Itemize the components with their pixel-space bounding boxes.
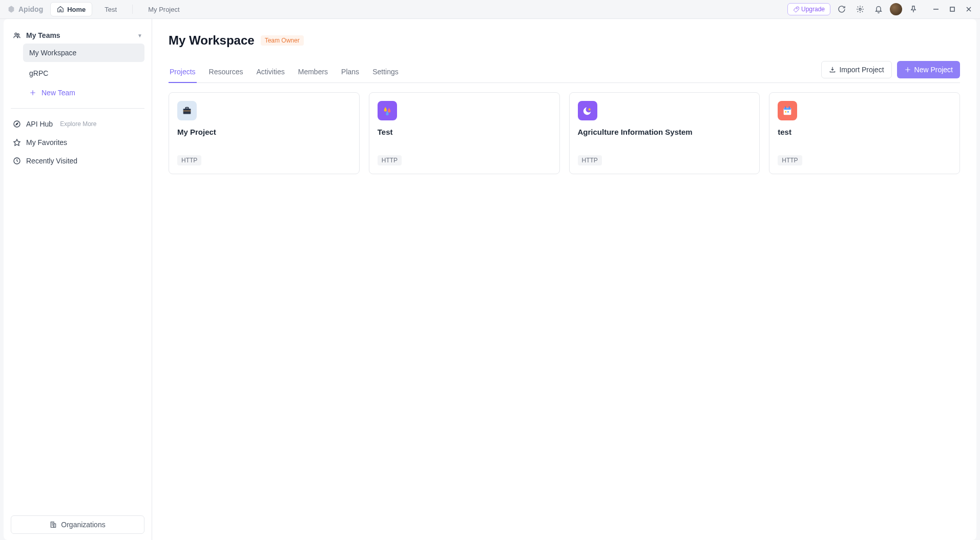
project-card[interactable]: testHTTP: [769, 92, 960, 174]
sidebar-team-my-workspace[interactable]: My Workspace: [23, 44, 144, 62]
sidebar-team-label: My Workspace: [29, 49, 76, 57]
project-card[interactable]: My ProjectHTTP: [169, 92, 360, 174]
briefcase-icon: [177, 101, 197, 120]
project-card[interactable]: Agriculture Information SystemHTTP: [569, 92, 760, 174]
sidebar-divider: [11, 108, 144, 109]
pin-button[interactable]: [906, 2, 921, 16]
settings-button[interactable]: [853, 2, 867, 16]
svg-rect-29: [787, 111, 789, 113]
import-icon: [829, 66, 836, 73]
apidog-logo-icon: [7, 5, 15, 13]
tabs-container: ProjectsResourcesActivitiesMembersPlansS…: [169, 61, 821, 82]
owner-badge: Team Owner: [261, 35, 304, 46]
svg-rect-3: [950, 7, 954, 11]
brand-name: Apidog: [18, 5, 43, 13]
sidebar-favorites-label: My Favorites: [26, 138, 67, 147]
titlebar: Apidog Home Test My Project Upgrade: [0, 0, 980, 19]
sidebar-organizations-label: Organizations: [61, 521, 105, 529]
tab-separator: [132, 5, 133, 14]
tab-activities[interactable]: Activities: [256, 61, 286, 83]
sidebar-organizations[interactable]: Organizations: [11, 515, 144, 534]
tab-plans[interactable]: Plans: [340, 61, 360, 83]
clock-icon: [13, 157, 21, 165]
import-label: Import Project: [839, 66, 884, 74]
projects-grid: My ProjectHTTPTestHTTPAgriculture Inform…: [169, 92, 960, 174]
sidebar-recent-label: Recently Visited: [26, 157, 77, 165]
new-project-button[interactable]: New Project: [897, 61, 960, 78]
window-close[interactable]: [962, 2, 976, 16]
sidebar-api-hub-label: API Hub: [26, 120, 53, 128]
drops-icon: [378, 101, 397, 120]
sidebar-api-hub-hint: Explore More: [60, 120, 96, 128]
sidebar-recent[interactable]: Recently Visited: [11, 152, 144, 170]
pin-icon: [909, 5, 918, 13]
moon-icon: [578, 101, 597, 120]
project-type-badge: HTTP: [778, 155, 802, 165]
svg-point-6: [15, 33, 17, 35]
project-card-title: Test: [378, 128, 551, 136]
refresh-button[interactable]: [835, 2, 849, 16]
plus-icon: [904, 66, 911, 73]
svg-marker-11: [16, 123, 18, 125]
main-content: My Workspace Team Owner ProjectsResource…: [152, 19, 976, 540]
svg-rect-22: [185, 108, 189, 109]
chevron-down-icon: ▼: [137, 33, 142, 38]
project-card[interactable]: TestHTTP: [369, 92, 560, 174]
project-card-title: My Project: [177, 128, 351, 136]
svg-rect-28: [785, 111, 787, 113]
project-type-badge: HTTP: [177, 155, 201, 165]
minimize-icon: [933, 6, 939, 12]
compass-icon: [13, 120, 21, 128]
tab-settings[interactable]: Settings: [371, 61, 400, 83]
sidebar-teams-label: My Teams: [26, 31, 60, 39]
sidebar-new-team[interactable]: New Team: [23, 84, 144, 102]
user-avatar[interactable]: [890, 3, 902, 15]
svg-rect-23: [183, 111, 191, 111]
sidebar: My Teams ▼ My Workspace gRPC New Team AP…: [4, 19, 152, 540]
tab-resources[interactable]: Resources: [208, 61, 244, 83]
plus-icon: [29, 89, 36, 96]
svg-rect-25: [784, 108, 791, 110]
tab-test[interactable]: Test: [96, 2, 125, 16]
sidebar-team-grpc[interactable]: gRPC: [23, 64, 144, 82]
maximize-icon: [949, 6, 955, 12]
sidebar-api-hub[interactable]: API Hub Explore More: [11, 115, 144, 133]
bell-icon: [874, 5, 883, 13]
sidebar-teams-header[interactable]: My Teams ▼: [11, 28, 144, 43]
upgrade-button[interactable]: Upgrade: [787, 3, 830, 15]
project-type-badge: HTTP: [578, 155, 602, 165]
app-body: My Teams ▼ My Workspace gRPC New Team AP…: [4, 19, 976, 540]
new-project-label: New Project: [914, 66, 953, 74]
teams-icon: [13, 31, 21, 39]
tab-home[interactable]: Home: [50, 2, 92, 16]
sidebar-favorites[interactable]: My Favorites: [11, 133, 144, 152]
window-maximize[interactable]: [945, 2, 960, 16]
project-type-badge: HTTP: [378, 155, 402, 165]
svg-rect-21: [183, 109, 191, 114]
building-icon: [50, 521, 57, 528]
refresh-icon: [838, 5, 846, 13]
tabbar: ProjectsResourcesActivitiesMembersPlansS…: [169, 61, 960, 83]
sidebar-new-team-label: New Team: [41, 89, 75, 97]
sidebar-team-label: gRPC: [29, 69, 48, 77]
svg-marker-12: [14, 139, 20, 146]
notifications-button[interactable]: [871, 2, 886, 16]
tab-projects[interactable]: Projects: [169, 61, 197, 83]
upgrade-label: Upgrade: [801, 6, 825, 13]
gear-icon: [856, 5, 864, 13]
brand-logo: Apidog: [4, 5, 46, 13]
window-minimize[interactable]: [929, 2, 943, 16]
svg-point-7: [17, 34, 19, 35]
import-project-button[interactable]: Import Project: [821, 61, 891, 78]
home-icon: [57, 6, 64, 13]
project-card-title: test: [778, 128, 951, 136]
svg-rect-15: [54, 524, 56, 527]
star-icon: [13, 138, 21, 147]
svg-point-1: [859, 8, 861, 10]
page-header: My Workspace Team Owner: [169, 33, 960, 48]
tab-my-project-label: My Project: [148, 6, 179, 13]
tab-members[interactable]: Members: [297, 61, 329, 83]
rocket-icon: [793, 6, 799, 12]
tab-my-project[interactable]: My Project: [140, 2, 187, 16]
calendar-icon: [778, 101, 797, 120]
